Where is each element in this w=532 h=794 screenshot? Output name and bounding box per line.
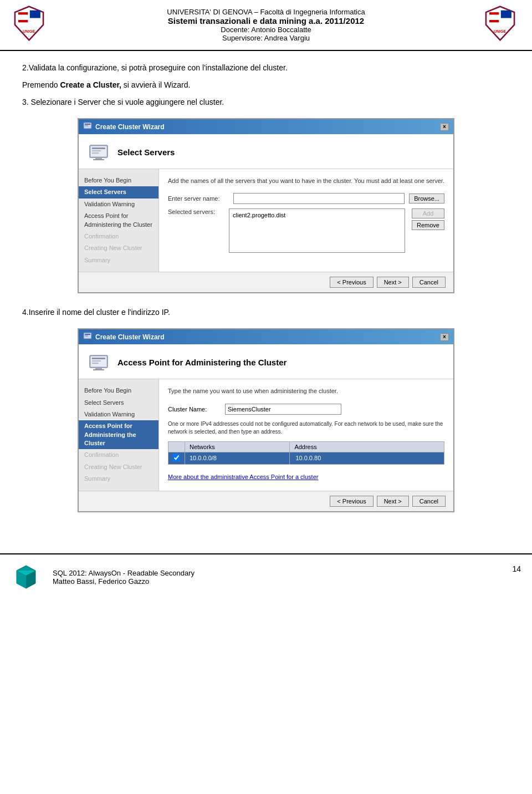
wizard-2-close-button[interactable]: × xyxy=(440,333,449,341)
header-line4: Supervisore: Andrea Vargiu xyxy=(50,34,482,42)
wizard-2-body: Before You Begin Select Servers Validati… xyxy=(79,379,453,491)
wizard-1-titlebar: Create Cluster Wizard × xyxy=(79,119,453,134)
wizard-1-nav-validation-warning[interactable]: Validation Warning xyxy=(79,198,158,210)
wizard-1-server-name-label: Enter server name: xyxy=(168,195,229,202)
wizard-2-content: Type the name you want to use when admin… xyxy=(159,379,453,491)
wizard-2-nav-confirmation: Confirmation xyxy=(79,449,158,461)
wizard-1-nav-summary: Summary xyxy=(79,255,158,266)
svg-rect-16 xyxy=(85,125,88,126)
wizard-2-header-title: Access Point for Administering the Clust… xyxy=(117,358,287,367)
admin-link-text[interactable]: More about the administrative Access Poi… xyxy=(168,474,318,480)
wizard-2-nav: Before You Begin Select Servers Validati… xyxy=(79,379,159,491)
paragraph-1: 2.Validata la configurazione, si potrà p… xyxy=(22,62,510,74)
wizard-1-instruction: Add the names of all the servers that yo… xyxy=(168,177,444,185)
wizard-1-header: Select Servers xyxy=(79,134,453,169)
wizard-1-remove-button[interactable]: Remove xyxy=(412,220,444,230)
network-row-checkbox[interactable] xyxy=(168,452,185,464)
university-shield-right: UNIGE xyxy=(482,6,518,42)
page-footer: SQL 2012: AlwaysOn - Readable Secondary … xyxy=(0,553,532,600)
wizard-2-network-warning: One or more IPv4 addresses could not be … xyxy=(168,420,444,436)
network-address-input[interactable] xyxy=(294,455,339,461)
main-content: 2.Validata la configurazione, si potrà p… xyxy=(0,51,532,537)
wizard-1-next-button[interactable]: Next > xyxy=(377,277,409,288)
wizard-2-cluster-name-label: Cluster Name: xyxy=(168,406,221,413)
wizard-1-selected-label: Selected servers: xyxy=(168,208,229,215)
svg-rect-26 xyxy=(85,335,88,337)
header-line1: UNIVERSITA' DI GENOVA – Facoltà di Ingeg… xyxy=(50,8,482,16)
svg-rect-23 xyxy=(93,159,104,160)
table-row[interactable]: 10.0.0.0/8 xyxy=(168,452,444,464)
para1-text: 2.Validata la configurazione, si potrà p… xyxy=(22,63,288,72)
wizard-2-cluster-name-row: Cluster Name: xyxy=(168,404,444,415)
footer-text: SQL 2012: AlwaysOn - Readable Secondary … xyxy=(53,569,501,586)
university-shield-left: UNIGE xyxy=(11,6,47,42)
section-4-label: 4.Inserire il nome del cluster e l'indir… xyxy=(22,307,510,318)
para2-prefix: Premendo xyxy=(22,80,60,89)
footer-line2: Matteo Bassi, Federico Gazzo xyxy=(53,577,501,586)
svg-rect-5 xyxy=(30,11,40,18)
network-row-address[interactable] xyxy=(290,452,444,464)
network-checkbox[interactable] xyxy=(173,454,180,461)
wizard-1-selected-servers-row: Selected servers: client2.progetto.dist … xyxy=(168,208,444,256)
wizard-2-admin-link[interactable]: More about the administrative Access Poi… xyxy=(168,470,444,481)
wizard-1-header-title: Select Servers xyxy=(117,147,175,157)
wizard-1-header-icon xyxy=(88,141,110,163)
wizard-2-next-button[interactable]: Next > xyxy=(377,496,409,507)
wizard-2-nav-validation-warning[interactable]: Validation Warning xyxy=(79,409,158,420)
wizard-1-close-button[interactable]: × xyxy=(440,123,449,131)
wizard-1-server-name-input[interactable] xyxy=(233,193,405,204)
wizard-1-cancel-button[interactable]: Cancel xyxy=(412,277,446,288)
wizard-2-nav-before-you-begin[interactable]: Before You Begin xyxy=(79,385,158,396)
wizard-2-titlebar-left: Create Cluster Wizard xyxy=(83,332,165,342)
wizard-2-titlebar-icon xyxy=(83,332,92,342)
wizard-1-nav-creating: Creating New Cluster xyxy=(79,242,158,254)
wizard-2-nav-access-point[interactable]: Access Point for Administering the Clust… xyxy=(79,420,158,449)
wizard-2-previous-button[interactable]: < Previous xyxy=(330,496,373,507)
wizard-1-browse-button[interactable]: Browse... xyxy=(409,194,444,203)
wizard-1-titlebar-icon xyxy=(83,121,92,132)
footer-logo xyxy=(11,562,42,593)
wizard-1-nav-confirmation: Confirmation xyxy=(79,231,158,242)
wizard-2-nav-select-servers[interactable]: Select Servers xyxy=(79,397,158,409)
header-line2: Sistemi transazionali e data mining a.a.… xyxy=(50,16,482,26)
svg-rect-22 xyxy=(95,157,102,159)
wizard-1-content: Add the names of all the servers that yo… xyxy=(159,169,453,272)
wizard-1-footer: < Previous Next > Cancel xyxy=(79,272,453,292)
wizard-1-title: Create Cluster Wizard xyxy=(95,123,165,131)
wizard-1-nav-access-point[interactable]: Access Point for Administering the Clust… xyxy=(79,210,158,231)
svg-rect-20 xyxy=(92,150,101,151)
svg-rect-30 xyxy=(92,360,101,362)
svg-text:UNIGE: UNIGE xyxy=(494,29,506,33)
page-number: 14 xyxy=(512,562,521,573)
wizard-2-nav-creating: Creating New Cluster xyxy=(79,461,158,473)
wizard-1-nav-before-you-begin[interactable]: Before You Begin xyxy=(79,175,158,186)
networks-col-check xyxy=(168,441,185,452)
header-line3: Docente: Antonio Boccalatte xyxy=(50,26,482,34)
wizard-1-nav: Before You Begin Select Servers Validati… xyxy=(79,169,159,272)
wizard-2-cancel-button[interactable]: Cancel xyxy=(412,496,446,507)
svg-rect-25 xyxy=(85,334,90,335)
svg-rect-12 xyxy=(501,11,511,18)
wizard-2-instruction: Type the name you want to use when admin… xyxy=(168,387,444,395)
siemens-logo-icon xyxy=(11,562,42,593)
svg-rect-29 xyxy=(92,358,105,359)
footer-line1: SQL 2012: AlwaysOn - Readable Secondary xyxy=(53,569,501,577)
wizard-1-titlebar-left: Create Cluster Wizard xyxy=(83,121,165,132)
wizard-1-previous-button[interactable]: < Previous xyxy=(330,277,373,288)
wizard-2-networks-table: Networks Address 10.0.0.0/8 xyxy=(168,441,444,465)
wizard-2-title: Create Cluster Wizard xyxy=(95,333,165,341)
page-header: UNIGE UNIVERSITA' DI GENOVA – Facoltà di… xyxy=(0,0,532,51)
wizard-1-nav-select-servers[interactable]: Select Servers xyxy=(79,186,158,198)
svg-rect-11 xyxy=(489,20,499,22)
wizard-1-add-button[interactable]: Add xyxy=(412,208,444,218)
svg-rect-21 xyxy=(92,152,99,154)
wizard-1-side-buttons: Add Remove xyxy=(412,208,444,230)
svg-rect-10 xyxy=(489,16,499,18)
wizard-2-titlebar: Create Cluster Wizard × xyxy=(79,329,453,344)
logo-left: UNIGE xyxy=(11,6,50,44)
networks-col-networks: Networks xyxy=(185,441,290,452)
wizard-2-header: Access Point for Administering the Clust… xyxy=(79,344,453,379)
wizard-2-nav-summary: Summary xyxy=(79,473,158,485)
list-item[interactable]: client2.progetto.dist xyxy=(232,211,402,219)
wizard-2-cluster-name-input[interactable] xyxy=(225,404,341,415)
